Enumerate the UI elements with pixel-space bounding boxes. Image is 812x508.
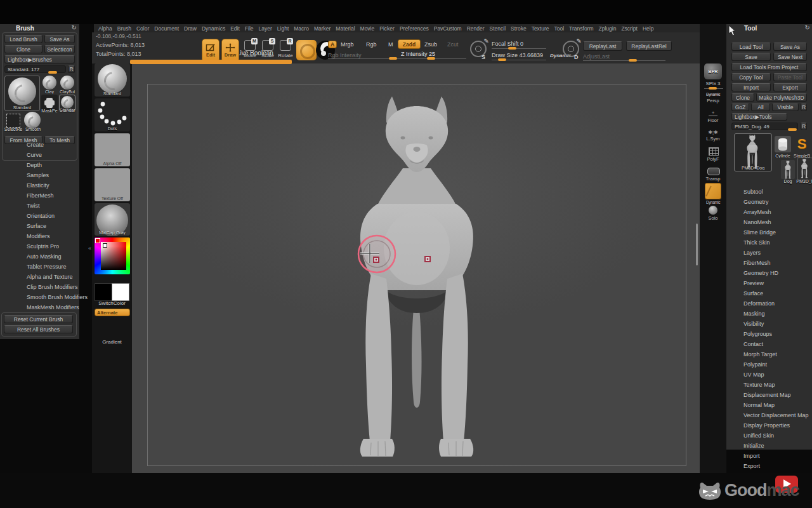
tool-section[interactable]: Import <box>743 451 809 461</box>
brush-section[interactable]: Smooth Brush Modifiers <box>27 292 88 302</box>
transparency-icon[interactable] <box>707 168 720 175</box>
tool-r-button[interactable]: R <box>801 123 807 130</box>
move-button[interactable]: M Move <box>242 40 258 62</box>
brush-select-slider[interactable]: Standard. 177 <box>4 65 66 73</box>
replay-last-button[interactable]: ReplayLast <box>583 41 622 51</box>
menu-item[interactable]: Material <box>335 25 355 32</box>
polyframe-icon[interactable] <box>709 147 719 156</box>
shelf-alpha-thumb[interactable]: Alpha Off <box>95 133 130 166</box>
import-button[interactable]: Import <box>731 83 771 91</box>
save-as-button[interactable]: Save As <box>773 43 807 51</box>
reset-current-brush-button[interactable]: Reset Current Brush <box>4 315 73 323</box>
alternate-button[interactable]: Alternate <box>95 309 130 316</box>
tool-slider-knob[interactable] <box>788 128 797 131</box>
tool-section[interactable]: ArrayMesh <box>743 207 809 217</box>
menu-item[interactable]: Transform <box>568 25 594 32</box>
focal-shift-knob[interactable] <box>508 47 516 50</box>
tool-section[interactable]: Layers <box>743 248 809 258</box>
load-brush-button[interactable]: Load Brush <box>4 35 43 43</box>
tool-section[interactable]: Vector Displacement Map <box>743 410 809 420</box>
brush-section[interactable]: Curve <box>27 150 88 160</box>
solo-button[interactable]: Solo <box>705 215 721 221</box>
menu-item[interactable]: File <box>244 25 254 32</box>
color-a-toggle[interactable]: A <box>328 41 337 48</box>
brush-thumb-standard[interactable]: Standard <box>4 76 40 111</box>
brush-section[interactable]: Alpha and Texture <box>27 272 88 282</box>
load-tool-button[interactable]: Load Tool <box>731 43 771 51</box>
tool-thumb-pm3d-dog[interactable]: PM3D_Dog <box>734 133 772 171</box>
make-polymesh3d-button[interactable]: Make PolyMesh3D <box>756 93 807 102</box>
tool-section[interactable]: Subtool <box>743 187 809 197</box>
shelf-brush-thumb[interactable]: Standard <box>95 64 130 97</box>
draw-size-knob[interactable] <box>498 58 506 61</box>
local-symmetry-icon[interactable]: ✱¦✱ <box>705 130 721 135</box>
goz-visible-button[interactable]: Visible <box>772 104 799 111</box>
brush-thumb-clay[interactable]: Clay <box>41 76 58 92</box>
menu-item[interactable]: Preferences <box>399 25 429 32</box>
brush-section[interactable]: Twist <box>27 201 88 211</box>
persp-button[interactable]: Persp <box>705 98 721 104</box>
brush-thumb-maskpen[interactable]: MaskPe <box>41 95 58 111</box>
brush-section[interactable]: MaskMesh Modifiers <box>27 302 88 312</box>
rgb-toggle[interactable]: Rgb <box>366 41 377 48</box>
floor-button[interactable]: Floor <box>705 117 721 123</box>
menu-item[interactable]: Help <box>642 25 654 32</box>
z-intensity-knob[interactable] <box>427 57 435 60</box>
menu-item[interactable]: Document <box>154 25 180 32</box>
brush-section[interactable]: Surface <box>27 221 88 231</box>
refresh-icon[interactable]: ↻ <box>72 24 77 31</box>
tool-section[interactable]: Geometry <box>743 197 809 207</box>
bpr-button[interactable]: BPR <box>704 64 722 79</box>
draw-button[interactable]: Draw <box>221 39 239 62</box>
tool-section[interactable]: Polygroups <box>743 329 809 339</box>
adjust-last-track[interactable] <box>583 60 665 61</box>
save-as-button[interactable]: Save As <box>44 35 75 43</box>
spix-knob[interactable] <box>709 87 717 90</box>
menu-item[interactable]: Macro <box>293 25 310 32</box>
focal-shift-slider[interactable]: Focal Shift 0 <box>492 41 523 47</box>
menu-item[interactable]: Draw <box>183 25 197 32</box>
canvas-scroll-indicator[interactable] <box>696 224 698 265</box>
copy-tool-button[interactable]: Copy Tool <box>731 73 771 81</box>
tool-section[interactable]: Preview <box>743 278 809 288</box>
current-brush-thumb[interactable] <box>296 40 317 60</box>
brush-thumb-claybuildup[interactable]: ClayBui <box>59 76 75 92</box>
edit-button[interactable]: Edit <box>202 39 219 62</box>
menu-item[interactable]: Brush <box>117 25 132 32</box>
tool-section[interactable]: Surface <box>743 288 809 298</box>
brush-section[interactable]: Samples <box>27 170 88 180</box>
goz-button[interactable]: GoZ <box>731 104 749 111</box>
lightbox-tools-button[interactable]: Lightbox▶Tools <box>731 113 787 121</box>
brush-thumb-smooth[interactable] <box>24 112 41 128</box>
tool-thumb-cylinder[interactable]: Cylinde <box>775 136 791 152</box>
menu-item[interactable]: Dynamics <box>201 25 226 32</box>
brush-thumb-selectrect[interactable] <box>6 114 20 128</box>
tool-section[interactable]: Visibility <box>743 319 809 329</box>
brush-section[interactable]: Sculptris Pro <box>27 241 88 251</box>
goz-r-button[interactable]: R <box>801 104 807 111</box>
brush-r-button[interactable]: R <box>68 65 75 73</box>
menu-item[interactable]: Stroke <box>510 25 527 32</box>
polyf-button[interactable]: PolyF <box>705 156 721 162</box>
shelf-texture-thumb[interactable]: Texture Off <box>95 168 130 201</box>
tool-section[interactable]: Contact <box>743 339 809 349</box>
menu-item[interactable]: Edit <box>230 25 240 32</box>
adjust-last-knob[interactable] <box>629 59 637 62</box>
tool-select-slider[interactable]: PM3D_Dog. 49 <box>731 123 798 130</box>
spix-slider[interactable]: SPix 3 <box>705 81 721 86</box>
main-color-swatch[interactable] <box>95 283 112 301</box>
tool-section[interactable]: Morph Target <box>743 349 809 359</box>
tool-section[interactable]: UV Map <box>743 370 809 380</box>
brush-slider-knob[interactable] <box>48 71 57 74</box>
transp-button[interactable]: Transp <box>705 176 721 182</box>
lsym-button[interactable]: L.Sym <box>705 136 721 142</box>
canvas-area[interactable] <box>132 64 700 473</box>
rgb-intensity-slider[interactable]: Rgb Intensity <box>328 52 362 58</box>
select-icon-button[interactable]: SelectIcon <box>44 45 75 53</box>
menu-item[interactable]: Tool <box>554 25 565 32</box>
tool-section[interactable]: Normal Map <box>743 400 809 410</box>
tool-section[interactable]: Masking <box>743 309 809 319</box>
zsub-toggle[interactable]: Zsub <box>424 41 437 48</box>
menu-item[interactable]: Movie <box>360 25 376 32</box>
menu-item[interactable]: Render <box>466 25 485 32</box>
